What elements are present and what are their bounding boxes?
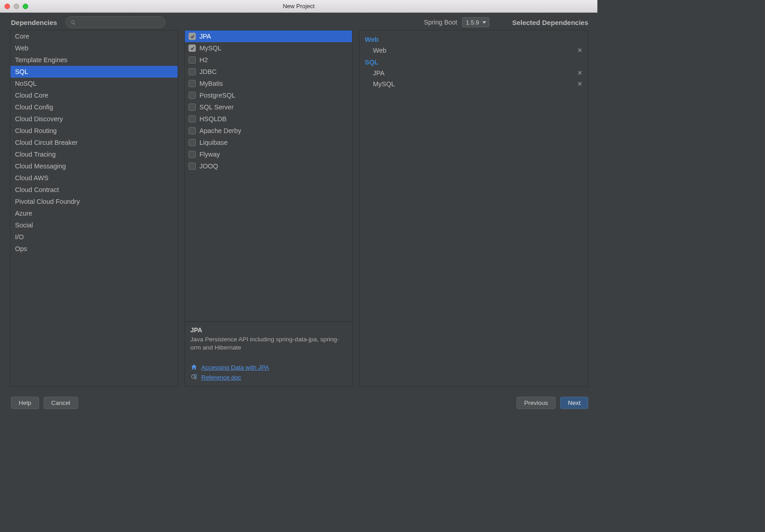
dependency-item[interactable]: Apache Derby	[185, 125, 352, 137]
dependency-description-text: Java Persistence API including spring-da…	[190, 335, 347, 352]
dependencies-heading: Dependencies	[11, 19, 57, 26]
dependency-checkbox[interactable]	[189, 127, 196, 134]
dependency-item[interactable]: Liquibase	[185, 137, 352, 148]
next-button[interactable]: Next	[560, 397, 588, 409]
category-item[interactable]: Cloud Contract	[10, 184, 178, 196]
dependency-label: Liquibase	[199, 139, 228, 146]
cancel-button[interactable]: Cancel	[44, 397, 78, 409]
dependency-item[interactable]: JDBC	[185, 66, 352, 78]
category-item[interactable]: Template Engines	[10, 54, 178, 66]
dependency-checkbox[interactable]	[189, 115, 196, 123]
dependency-label: PostgreSQL	[199, 92, 235, 99]
dependency-checkbox[interactable]	[189, 56, 196, 64]
category-item[interactable]: Web	[10, 42, 178, 54]
spring-boot-version-dropdown[interactable]: 1.5.9	[462, 17, 490, 27]
dependency-checkbox[interactable]	[189, 68, 196, 75]
selected-group-title: SQL	[365, 56, 582, 68]
selected-dependencies-panel: WebWebSQLJPAMySQL	[359, 30, 588, 387]
selected-dependencies-heading: Selected Dependencies	[512, 19, 588, 26]
category-item[interactable]: Core	[10, 30, 178, 42]
search-input[interactable]	[79, 19, 160, 26]
svg-point-0	[192, 375, 195, 379]
description-link-row: Accessing Data with JPA	[190, 364, 347, 371]
dependency-item[interactable]: SQL Server	[185, 101, 352, 113]
remove-dependency-button[interactable]	[577, 69, 582, 77]
dependency-label: JDBC	[199, 68, 217, 75]
dependency-item[interactable]: PostgreSQL	[185, 89, 352, 101]
dependency-checkbox[interactable]	[189, 163, 196, 170]
category-item[interactable]: Azure	[10, 207, 178, 219]
category-item[interactable]: Cloud AWS	[10, 172, 178, 184]
dependency-checkbox[interactable]	[189, 33, 196, 40]
dependency-label: SQL Server	[199, 103, 233, 111]
category-item[interactable]: Cloud Tracing	[10, 148, 178, 160]
category-item[interactable]: Cloud Core	[10, 89, 178, 101]
dependency-item[interactable]: MyBatis	[185, 78, 352, 89]
description-link-row: Reference doc	[190, 374, 347, 381]
dependency-description-panel: JPA Java Persistence API including sprin…	[185, 321, 352, 386]
dependency-label: Apache Derby	[199, 127, 241, 134]
dependency-list-panel: JPAMySQLH2JDBCMyBatisPostgreSQLSQL Serve…	[184, 30, 353, 387]
dependency-label: JOOQ	[199, 163, 218, 170]
remove-dependency-button[interactable]	[577, 80, 582, 88]
category-item[interactable]: I/O	[10, 231, 178, 243]
help-button[interactable]: Help	[11, 397, 39, 409]
dependency-label: Flyway	[199, 151, 220, 158]
category-item[interactable]: Pivotal Cloud Foundry	[10, 196, 178, 207]
remove-dependency-button[interactable]	[577, 47, 582, 54]
svg-line-1	[195, 378, 196, 379]
dependency-label: H2	[199, 56, 208, 64]
description-link[interactable]: Accessing Data with JPA	[201, 364, 269, 371]
dependency-checkbox[interactable]	[189, 80, 196, 87]
dependency-item[interactable]: Flyway	[185, 148, 352, 160]
dependency-checkbox[interactable]	[189, 92, 196, 99]
category-item[interactable]: Cloud Discovery	[10, 113, 178, 125]
dependency-label: JPA	[199, 33, 211, 40]
spring-boot-label: Spring Boot	[424, 19, 457, 26]
selected-dependency-label: JPA	[373, 69, 385, 77]
window-title: New Project	[0, 3, 597, 10]
dependency-item[interactable]: MySQL	[185, 42, 352, 54]
selected-dependency-item: Web	[365, 45, 582, 56]
dependency-item[interactable]: JPA	[185, 30, 352, 42]
category-item[interactable]: Cloud Messaging	[10, 160, 178, 172]
selected-dependency-label: Web	[373, 47, 387, 54]
header-row: Dependencies Spring Boot 1.5.9 Selected …	[0, 13, 597, 30]
dependency-item[interactable]: H2	[185, 54, 352, 66]
dependency-checkbox[interactable]	[189, 139, 196, 146]
selected-group-title: Web	[365, 33, 582, 45]
category-item[interactable]: Cloud Circuit Breaker	[10, 137, 178, 148]
search-icon	[70, 20, 76, 25]
selected-dependency-item: JPA	[365, 68, 582, 79]
selected-dependency-label: MySQL	[373, 80, 395, 88]
home-icon	[190, 364, 198, 371]
category-item[interactable]: Ops	[10, 243, 178, 255]
category-item[interactable]: SQL	[10, 66, 178, 78]
dependency-checkbox[interactable]	[189, 44, 196, 52]
category-item[interactable]: Cloud Routing	[10, 125, 178, 137]
titlebar: New Project	[0, 0, 597, 13]
search-field-wrap[interactable]	[65, 16, 165, 28]
dependency-description-title: JPA	[190, 326, 347, 334]
dependency-label: MySQL	[199, 44, 221, 52]
category-list: CoreWebTemplate EnginesSQLNoSQLCloud Cor…	[10, 30, 178, 387]
dependency-list: JPAMySQLH2JDBCMyBatisPostgreSQLSQL Serve…	[185, 30, 352, 321]
selected-dependency-item: MySQL	[365, 79, 582, 89]
category-item[interactable]: Social	[10, 219, 178, 231]
category-item[interactable]: Cloud Config	[10, 101, 178, 113]
dialog-footer: Help Cancel Previous Next	[0, 392, 597, 415]
description-link[interactable]: Reference doc	[201, 374, 241, 381]
dependency-checkbox[interactable]	[189, 103, 196, 111]
dependency-label: MyBatis	[199, 80, 223, 87]
previous-button[interactable]: Previous	[517, 397, 556, 409]
dependency-item[interactable]: HSQLDB	[185, 113, 352, 125]
document-search-icon	[190, 374, 198, 381]
dependency-label: HSQLDB	[199, 115, 227, 123]
dialog-window: New Project Dependencies Spring Boot 1.5…	[0, 0, 597, 415]
dependency-checkbox[interactable]	[189, 151, 196, 158]
dependency-item[interactable]: JOOQ	[185, 160, 352, 172]
category-item[interactable]: NoSQL	[10, 78, 178, 89]
